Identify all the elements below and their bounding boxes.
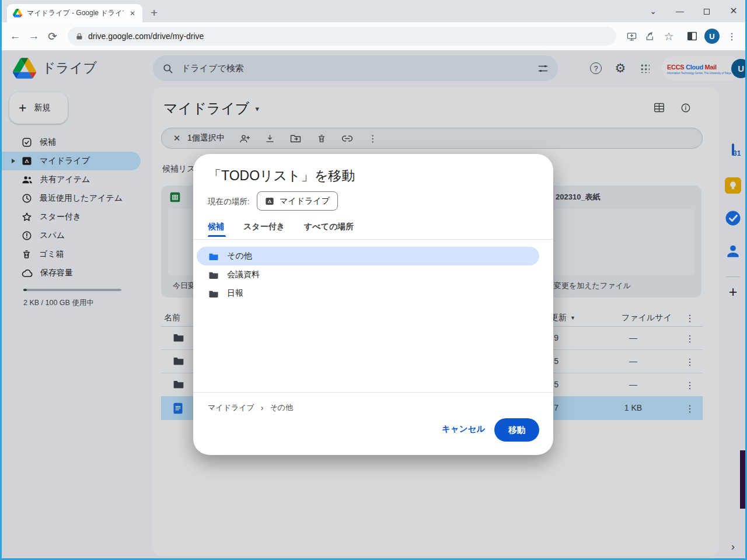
- tab-strip: マイドライブ - Google ドライブ ✕ + ⌄ — ✕: [0, 0, 747, 22]
- folder-icon: [208, 252, 219, 261]
- active-tab-underline: [208, 235, 226, 237]
- current-location-label: 現在の場所:: [208, 197, 250, 207]
- lock-icon: [76, 33, 83, 40]
- breadcrumb-chevron-icon: ›: [261, 403, 264, 412]
- install-icon[interactable]: [622, 32, 641, 41]
- folder-icon: [208, 271, 219, 279]
- dialog-tab-all-locations[interactable]: すべての場所: [304, 222, 354, 232]
- new-tab-button[interactable]: +: [151, 6, 158, 19]
- dialog-footer-divider: [193, 392, 553, 393]
- forward-button[interactable]: →: [25, 30, 43, 43]
- browser-window: マイドライブ - Google ドライブ ✕ + ⌄ — ✕ ← → ⟳ dri…: [0, 0, 747, 560]
- dialog-divider: [193, 239, 553, 240]
- dialog-tab-suggested[interactable]: 候補: [208, 222, 224, 232]
- url-text: drive.google.com/drive/my-drive: [88, 32, 204, 41]
- browser-avatar[interactable]: U: [704, 29, 720, 44]
- my-drive-icon: [265, 197, 274, 206]
- drive-favicon: [13, 9, 22, 18]
- tab-close-icon[interactable]: ✕: [128, 9, 137, 18]
- side-panel-icon[interactable]: [683, 32, 701, 41]
- tab-search-icon[interactable]: ⌄: [640, 0, 666, 22]
- browser-menu-icon[interactable]: ⋮: [722, 31, 741, 42]
- current-location-chip[interactable]: マイドライブ: [257, 191, 338, 211]
- folder-icon: [208, 289, 219, 298]
- dialog-title: 「TODOリスト」を移動: [208, 167, 355, 185]
- breadcrumb-my-drive[interactable]: マイドライブ: [208, 402, 254, 413]
- dialog-tab-starred[interactable]: スター付き: [243, 222, 285, 232]
- move-dialog: 「TODOリスト」を移動 現在の場所: マイドライブ 候補 スター付き すべての…: [193, 154, 553, 455]
- move-button[interactable]: 移動: [494, 418, 539, 442]
- window-minimize-button[interactable]: —: [666, 0, 693, 22]
- reload-button[interactable]: ⟳: [43, 30, 62, 43]
- dialog-folder-row[interactable]: 会議資料: [197, 265, 539, 284]
- browser-toolbar: ← → ⟳ drive.google.com/drive/my-drive ☆ …: [0, 22, 747, 50]
- dialog-folder-row[interactable]: 日報: [197, 284, 539, 303]
- address-bar[interactable]: drive.google.com/drive/my-drive: [68, 27, 616, 46]
- share-icon[interactable]: [641, 32, 659, 41]
- tab-title: マイドライブ - Google ドライブ: [27, 8, 124, 18]
- browser-tab[interactable]: マイドライブ - Google ドライブ ✕: [7, 4, 142, 22]
- back-button[interactable]: ←: [6, 30, 25, 43]
- cancel-button[interactable]: キャンセル: [442, 424, 485, 435]
- window-close-button[interactable]: ✕: [720, 0, 747, 22]
- window-maximize-button[interactable]: [693, 0, 720, 22]
- breadcrumb: マイドライブ › その他: [208, 402, 293, 413]
- window-border: [0, 0, 2, 560]
- breadcrumb-other[interactable]: その他: [270, 402, 294, 413]
- dialog-folder-row-selected[interactable]: その他: [197, 247, 539, 265]
- bookmark-star-icon[interactable]: ☆: [659, 30, 678, 43]
